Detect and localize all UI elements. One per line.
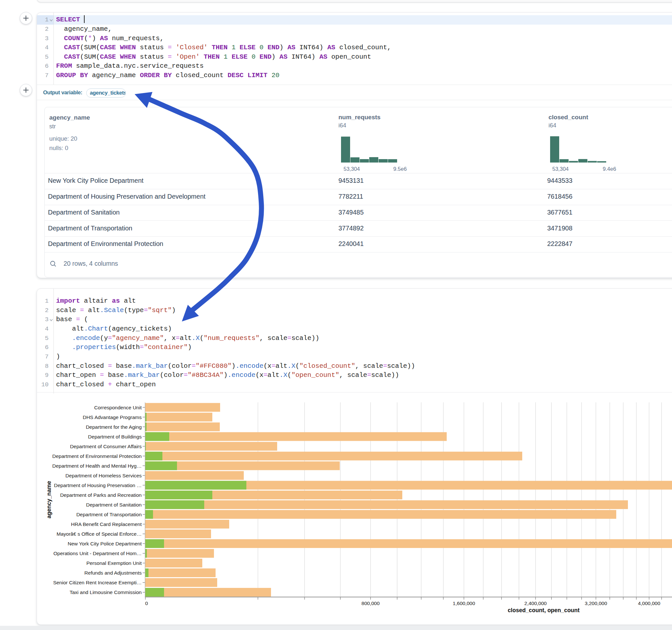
svg-text:Senior Citizen Rent Increase E: Senior Citizen Rent Increase Exempti… [53,580,142,585]
svg-text:4,000,000: 4,000,000 [638,600,660,606]
svg-text:Department of Transportation: Department of Transportation [76,511,142,517]
svg-text:New York City Police Departmen: New York City Police Department [68,540,142,546]
svg-text:Correspondence Unit: Correspondence Unit [94,405,142,410]
svg-text:3,200,000: 3,200,000 [585,600,607,606]
svg-text:Operations Unit - Department o: Operations Unit - Department of Hom… [53,551,142,556]
svg-text:Taxi and Limousine Commission: Taxi and Limousine Commission [70,589,142,595]
svg-text:agency_name: agency_name [46,481,52,518]
svg-text:DHS Advantage Programs: DHS Advantage Programs [83,414,142,420]
svg-text:Department of Sanitation: Department of Sanitation [86,502,142,507]
svg-text:0: 0 [145,600,148,606]
svg-text:Department for the Aging: Department for the Aging [86,424,142,429]
svg-text:Department of Health and Menta: Department of Health and Mental Hyg… [52,463,142,468]
svg-text:Mayorâ€ s Office of Special En: Mayorâ€ s Office of Special Enforce… [57,531,142,536]
svg-text:Department of Buildings: Department of Buildings [88,434,142,439]
svg-text:Department of Housing Preserva: Department of Housing Preservation … [54,482,142,488]
svg-text:HRA Benefit Card Replacement: HRA Benefit Card Replacement [71,521,142,527]
svg-text:closed_count, open_count: closed_count, open_count [508,607,580,613]
svg-text:2,400,000: 2,400,000 [525,600,547,606]
svg-text:Department of Environmental Pr: Department of Environmental Protection [52,453,142,459]
svg-text:Department of Parks and Recrea: Department of Parks and Recreation [60,492,142,498]
svg-text:1,600,000: 1,600,000 [453,600,475,606]
svg-text:Department of Consumer Affairs: Department of Consumer Affairs [70,443,142,449]
svg-text:Department of Homeless Service: Department of Homeless Services [66,472,142,478]
svg-text:Refunds and Adjustments: Refunds and Adjustments [84,570,142,576]
svg-text:800,000: 800,000 [361,600,380,606]
svg-text:Personal Exemption Unit: Personal Exemption Unit [86,560,142,566]
